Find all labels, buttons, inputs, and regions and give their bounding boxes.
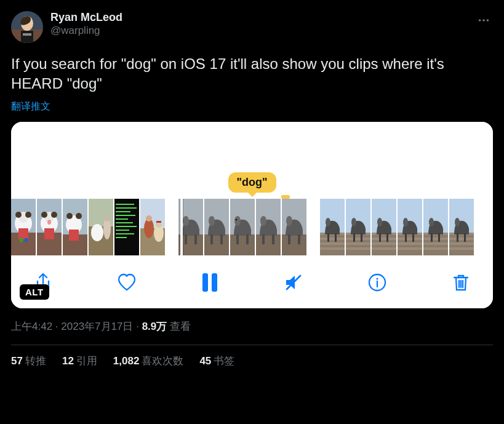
svg-point-86 xyxy=(326,218,330,226)
video-frame xyxy=(320,199,345,255)
video-frame xyxy=(346,199,370,255)
svg-rect-105 xyxy=(379,233,381,242)
translate-link[interactable]: 翻译推文 xyxy=(11,100,50,113)
video-frame xyxy=(256,199,281,255)
svg-rect-78 xyxy=(288,234,290,244)
svg-rect-130 xyxy=(449,247,474,250)
svg-rect-65 xyxy=(230,234,255,255)
trash-icon[interactable] xyxy=(451,273,471,292)
svg-rect-16 xyxy=(25,238,28,242)
more-icon[interactable] xyxy=(474,11,493,32)
video-frame xyxy=(37,199,62,255)
avatar[interactable] xyxy=(11,11,43,43)
stat-bookmarks[interactable]: 45书签 xyxy=(199,354,234,368)
svg-rect-55 xyxy=(178,234,203,255)
mute-icon[interactable] xyxy=(284,273,303,292)
svg-rect-120 xyxy=(423,242,448,245)
svg-rect-84 xyxy=(320,242,345,245)
svg-rect-119 xyxy=(423,238,448,240)
svg-rect-73 xyxy=(262,234,265,244)
media-card[interactable]: "dog" xyxy=(11,122,493,308)
filmstrip xyxy=(11,199,493,262)
svg-rect-43 xyxy=(116,226,137,227)
svg-rect-93 xyxy=(346,242,370,245)
pause-icon[interactable] xyxy=(201,273,219,292)
stat-likes[interactable]: 1,082喜欢次数 xyxy=(113,354,184,368)
video-frame xyxy=(398,199,422,255)
caption-bubble: "dog" xyxy=(228,172,276,193)
clip-group-3[interactable] xyxy=(320,199,474,255)
svg-rect-41 xyxy=(116,218,128,220)
svg-rect-60 xyxy=(204,234,229,255)
svg-rect-67 xyxy=(236,234,239,244)
svg-rect-106 xyxy=(386,233,388,242)
svg-rect-79 xyxy=(298,234,300,244)
svg-point-24 xyxy=(47,220,51,225)
svg-rect-97 xyxy=(361,233,362,242)
svg-point-7 xyxy=(487,19,489,22)
svg-point-77 xyxy=(286,216,292,226)
svg-rect-103 xyxy=(372,247,396,250)
svg-point-5 xyxy=(479,19,481,22)
svg-rect-15 xyxy=(20,238,23,242)
svg-rect-37 xyxy=(116,204,134,205)
video-frame xyxy=(282,199,306,255)
stat-quotes[interactable]: 12引用 xyxy=(62,354,97,368)
svg-rect-94 xyxy=(346,247,370,250)
svg-rect-58 xyxy=(194,234,197,244)
video-frame xyxy=(449,199,474,255)
svg-point-56 xyxy=(183,216,189,226)
svg-rect-45 xyxy=(116,233,134,234)
user-handle[interactable]: @warpling xyxy=(50,25,474,37)
svg-rect-115 xyxy=(412,233,414,242)
svg-point-35 xyxy=(104,215,110,222)
svg-rect-102 xyxy=(372,242,396,245)
heart-icon[interactable] xyxy=(117,273,137,292)
media-top-area: "dog" xyxy=(11,122,493,199)
svg-point-28 xyxy=(66,213,73,219)
video-frame xyxy=(11,199,36,255)
svg-rect-128 xyxy=(449,238,474,240)
alt-badge[interactable]: ALT xyxy=(20,284,49,300)
meta-date[interactable]: 2023年7月17日 xyxy=(61,321,133,332)
stat-retweets[interactable]: 57转推 xyxy=(11,354,46,368)
svg-rect-53 xyxy=(156,221,161,223)
svg-rect-96 xyxy=(353,233,355,242)
svg-rect-46 xyxy=(116,237,127,238)
clip-group-2[interactable] xyxy=(178,199,306,255)
views-count: 8.9万 xyxy=(142,321,167,332)
svg-point-12 xyxy=(15,212,22,218)
info-icon[interactable] xyxy=(367,273,387,292)
svg-rect-40 xyxy=(116,215,135,216)
svg-rect-83 xyxy=(320,238,345,240)
avatar-image xyxy=(11,11,43,43)
tweet-body: If you search for "dog" on iOS 17 it'll … xyxy=(11,54,493,94)
svg-rect-112 xyxy=(398,247,422,250)
svg-point-22 xyxy=(51,212,57,218)
display-name[interactable]: Ryan McLeod xyxy=(50,11,474,25)
svg-point-104 xyxy=(377,218,382,226)
tweet-header: Ryan McLeod @warpling xyxy=(11,11,493,43)
video-frame xyxy=(423,199,448,255)
svg-rect-76 xyxy=(282,234,306,255)
svg-rect-44 xyxy=(116,230,129,231)
svg-point-61 xyxy=(209,216,215,226)
svg-point-69 xyxy=(236,218,238,220)
svg-rect-39 xyxy=(116,211,130,212)
svg-rect-88 xyxy=(335,233,337,242)
svg-rect-133 xyxy=(464,233,466,242)
views-label: 查看 xyxy=(167,321,191,332)
video-frame xyxy=(140,199,165,255)
svg-rect-85 xyxy=(320,247,345,250)
video-frame xyxy=(178,199,203,255)
video-frame xyxy=(89,199,113,255)
meta-time[interactable]: 上午4:42 xyxy=(11,321,52,332)
svg-rect-62 xyxy=(210,234,213,244)
video-frame xyxy=(372,199,396,255)
svg-rect-30 xyxy=(69,230,79,241)
svg-rect-124 xyxy=(438,233,440,242)
svg-point-72 xyxy=(260,216,266,226)
svg-point-131 xyxy=(455,218,460,226)
clip-group-1[interactable] xyxy=(11,199,165,255)
video-frame xyxy=(230,199,255,255)
